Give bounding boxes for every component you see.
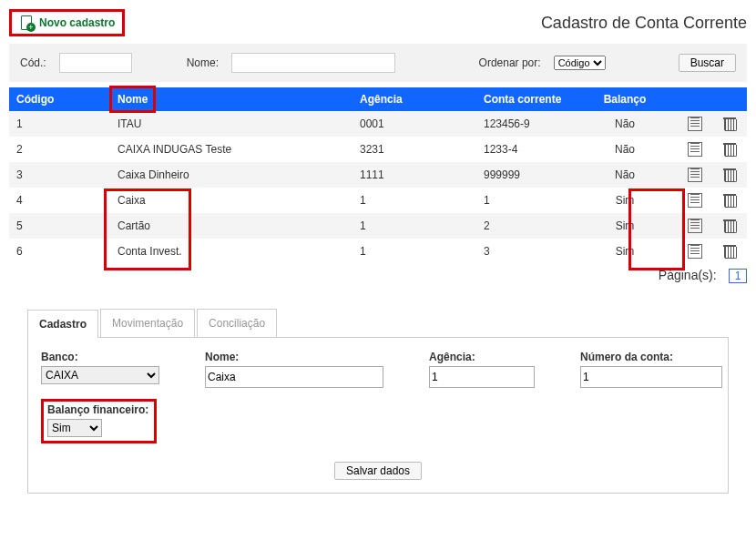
- page-number[interactable]: 1: [729, 269, 747, 283]
- trash-icon: [724, 168, 735, 181]
- cell-conta: 1233-4: [476, 137, 572, 162]
- cell-conta: 1: [476, 188, 572, 213]
- salvar-button[interactable]: Salvar dados: [334, 462, 422, 480]
- cell-nome: Conta Invest.: [110, 239, 352, 264]
- cell-balanco: Sim: [572, 188, 678, 213]
- accounts-table: Código Nome Agência Conta corrente Balan…: [9, 87, 747, 264]
- table-row: 2CAIXA INDUGAS Teste32311233-4Não: [9, 137, 747, 162]
- delete-button[interactable]: [724, 143, 735, 157]
- trash-icon: [724, 143, 735, 156]
- form-nome-input[interactable]: [205, 366, 383, 388]
- table-row: 1ITAU0001123456-9Não: [9, 111, 747, 137]
- cell-codigo: 2: [9, 137, 110, 162]
- cell-balanco: Não: [572, 137, 678, 162]
- agencia-label: Agência:: [429, 351, 535, 363]
- novo-cadastro-label: Novo cadastro: [39, 16, 115, 29]
- delete-button[interactable]: [724, 117, 735, 131]
- banco-select[interactable]: CAIXA: [41, 366, 159, 384]
- cell-agencia: 0001: [352, 111, 476, 137]
- ordenar-label: Ordenar por:: [479, 56, 541, 69]
- cell-agencia: 1: [352, 188, 476, 213]
- detail-button[interactable]: [688, 193, 702, 208]
- cell-conta: 123456-9: [476, 111, 572, 137]
- cell-nome: Caixa: [110, 188, 352, 213]
- nome-input[interactable]: [231, 53, 395, 73]
- cell-balanco: Sim: [572, 213, 678, 239]
- cell-nome: Caixa Dinheiro: [110, 162, 352, 188]
- col-agencia: Agência: [352, 87, 476, 111]
- cell-balanco: Não: [572, 111, 678, 137]
- novo-cadastro-button[interactable]: Novo cadastro: [9, 9, 125, 36]
- banco-label: Banco:: [41, 351, 159, 363]
- delete-button[interactable]: [724, 219, 735, 233]
- tab-content-cadastro: Banco: CAIXA Nome: Agência: Número da co…: [27, 337, 729, 494]
- form-nome-label: Nome:: [205, 351, 383, 363]
- cell-codigo: 3: [9, 162, 110, 188]
- delete-button[interactable]: [724, 168, 735, 182]
- trash-icon: [724, 219, 735, 232]
- cell-agencia: 3231: [352, 137, 476, 162]
- cod-input[interactable]: [59, 53, 132, 73]
- cell-conta: 3: [476, 239, 572, 264]
- delete-button[interactable]: [724, 194, 735, 208]
- balanco-label: Balanço financeiro:: [47, 403, 148, 416]
- cell-agencia: 1: [352, 239, 476, 264]
- detail-button[interactable]: [688, 219, 702, 233]
- tab-movimentacao[interactable]: Movimentação: [100, 309, 195, 337]
- col-balanco: Balanço: [572, 87, 678, 111]
- cell-agencia: 1111: [352, 162, 476, 188]
- pagination: Página(s): 1: [9, 268, 747, 283]
- cell-balanco: Não: [572, 162, 678, 188]
- detail-button[interactable]: [688, 168, 702, 182]
- cell-conta: 999999: [476, 162, 572, 188]
- detail-icon: [688, 142, 702, 157]
- cell-codigo: 5: [9, 213, 110, 239]
- buscar-button[interactable]: Buscar: [679, 54, 736, 72]
- nome-label: Nome:: [187, 56, 219, 69]
- agencia-input[interactable]: [429, 366, 535, 388]
- detail-button[interactable]: [688, 117, 702, 131]
- pagination-label: Página(s):: [659, 268, 717, 282]
- cell-codigo: 1: [9, 111, 110, 137]
- cod-label: Cód.:: [20, 56, 46, 69]
- detail-icon: [688, 193, 702, 208]
- cell-nome: CAIXA INDUGAS Teste: [110, 137, 352, 162]
- filter-bar: Cód.: Nome: Ordenar por: Código Buscar: [9, 44, 747, 82]
- detail-button[interactable]: [688, 142, 702, 157]
- numero-input[interactable]: [580, 366, 722, 388]
- cell-balanco: Sim: [572, 239, 678, 264]
- delete-button[interactable]: [724, 245, 735, 259]
- cell-nome: ITAU: [110, 111, 352, 137]
- table-row: 4Caixa11Sim: [9, 188, 747, 213]
- page-title: Cadastro de Conta Corrente: [541, 14, 747, 33]
- numero-label: Número da conta:: [580, 351, 722, 363]
- detail-icon: [688, 219, 702, 233]
- cell-codigo: 6: [9, 239, 110, 264]
- balanco-select[interactable]: Sim: [47, 419, 102, 437]
- tab-cadastro[interactable]: Cadastro: [27, 310, 98, 338]
- cell-agencia: 1: [352, 213, 476, 239]
- detail-icon: [688, 117, 702, 131]
- detail-icon: [688, 168, 702, 182]
- detail-icon: [688, 244, 702, 259]
- table-row: 6Conta Invest.13Sim: [9, 239, 747, 264]
- tabs: Cadastro Movimentação Conciliação: [27, 309, 729, 337]
- cell-codigo: 4: [9, 188, 110, 213]
- col-codigo: Código: [9, 87, 110, 111]
- col-conta: Conta corrente: [476, 87, 572, 111]
- trash-icon: [724, 194, 735, 207]
- tab-conciliacao[interactable]: Conciliação: [197, 309, 277, 337]
- ordenar-select[interactable]: Código: [554, 56, 606, 70]
- cell-conta: 2: [476, 213, 572, 239]
- col-nome: Nome: [110, 87, 352, 111]
- cell-nome: Cartão: [110, 213, 352, 239]
- trash-icon: [724, 117, 735, 130]
- table-row: 3Caixa Dinheiro1111999999Não: [9, 162, 747, 188]
- new-record-icon: [19, 15, 34, 30]
- trash-icon: [724, 245, 735, 258]
- table-row: 5Cartão12Sim: [9, 213, 747, 239]
- detail-button[interactable]: [688, 244, 702, 259]
